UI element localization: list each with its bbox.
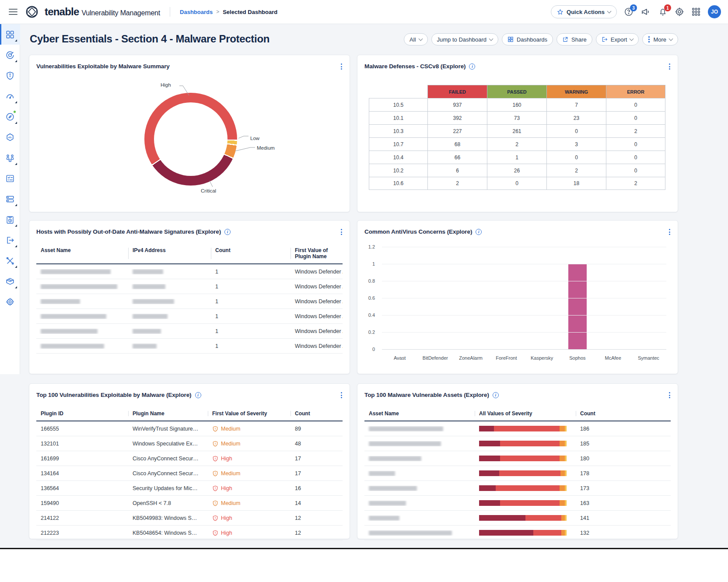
sidebar-item-remediation[interactable] <box>0 250 20 271</box>
sidebar-item-identities[interactable] <box>0 147 20 168</box>
widget-menu-kebab-icon[interactable] <box>340 228 343 236</box>
cell: 937 <box>427 98 487 111</box>
plugin-name-cell: Windows Defender Anti… <box>290 284 343 290</box>
plugin-id-cell: 132101 <box>36 441 128 447</box>
severity-bar <box>479 485 567 491</box>
cell: 18 <box>546 177 606 190</box>
notifications-button[interactable]: 1 <box>658 7 668 17</box>
row-label: 10.6 <box>369 177 427 190</box>
widget-common-antivirus: Common AntiVirus Concerns (Explore) i 1.… <box>357 220 678 374</box>
severity-label: High <box>221 485 232 491</box>
share-button[interactable]: Share <box>556 33 592 46</box>
redacted-asset-name <box>369 456 421 461</box>
sidebar-item-scans[interactable] <box>0 168 20 189</box>
info-icon[interactable]: i <box>224 229 231 235</box>
help-badge: 3 <box>630 4 637 11</box>
sidebar-item-dashboards[interactable] <box>0 24 20 45</box>
sidebar-item-vulnerability-intelligence[interactable] <box>0 65 20 86</box>
table-row: 1 Windows Defender Anti… <box>36 279 343 294</box>
hamburger-icon[interactable] <box>7 7 19 17</box>
sidebar-item-assets[interactable] <box>0 127 20 147</box>
table-row: 1 Windows Defender Anti… <box>36 294 343 309</box>
severity-label: High <box>221 530 232 536</box>
severity-bar <box>479 530 567 536</box>
table-row: 141 <box>364 511 671 526</box>
sidebar-item-scanners[interactable] <box>0 189 20 209</box>
jump-to-dashboard-button[interactable]: Jump to Dashboard <box>431 33 498 46</box>
widget-menu-kebab-icon[interactable] <box>668 391 672 400</box>
more-label: More <box>653 36 666 43</box>
redacted-ipv4 <box>133 269 163 274</box>
count-cell: 185 <box>576 441 671 447</box>
chevron-down-icon <box>669 37 673 41</box>
count-cell: 48 <box>290 441 343 447</box>
column-header-warning: WARNING <box>546 85 606 98</box>
column-header-passed: PASSED <box>487 85 546 98</box>
antivirus-plot <box>382 247 666 349</box>
layers-icon <box>5 194 15 204</box>
sidebar-item-packages[interactable] <box>0 271 20 291</box>
widget-menu-kebab-icon[interactable] <box>668 228 672 236</box>
count-cell: 17 <box>290 470 343 477</box>
cell: 6 <box>427 164 487 177</box>
redacted-ipv4 <box>133 284 165 289</box>
severity-label: Medium <box>221 441 240 447</box>
help-button[interactable]: 3 <box>624 7 634 17</box>
widget-menu-kebab-icon[interactable] <box>340 62 343 71</box>
severity-badge: High <box>212 515 232 521</box>
all-filter-button[interactable]: All <box>404 33 427 46</box>
count-cell: 1 <box>211 284 290 290</box>
top-assets-table: Asset Name All Values of Severity Count … <box>364 407 671 540</box>
status-dot <box>13 110 16 113</box>
redacted-ipv4 <box>133 344 157 349</box>
sidebar-item-exposure-view[interactable] <box>0 86 20 106</box>
more-button[interactable]: More <box>642 33 678 46</box>
notifications-badge: 1 <box>664 4 671 11</box>
table-row: 1 Windows Defender Anti… <box>36 324 343 339</box>
widget-menu-kebab-icon[interactable] <box>340 391 343 400</box>
avatar[interactable]: JO <box>708 5 721 18</box>
product-name: Vulnerability Management <box>81 9 160 17</box>
count-cell: 1 <box>211 343 290 349</box>
donut-chart <box>144 93 237 186</box>
redacted-asset-name <box>369 515 399 521</box>
severity-bar <box>479 515 567 521</box>
redacted-ipv4 <box>133 314 168 319</box>
sidebar-item-reports[interactable] <box>0 209 20 230</box>
settings-icon[interactable] <box>675 7 684 17</box>
table-row: 159490 OpenSSH < 7.8 Medium 14 <box>36 496 343 511</box>
widget-top-vulns: Top 100 Vulnerabilities Exploitable by M… <box>29 383 350 539</box>
table-row: 186 <box>364 421 671 436</box>
sidebar-item-explore[interactable] <box>0 106 20 127</box>
cell: 0 <box>606 98 665 111</box>
plugin-id-cell: 212223 <box>36 530 128 536</box>
table-row: 163 <box>364 496 671 511</box>
widget-title: Top 100 Vulnerabilities Exploitable by M… <box>36 392 192 398</box>
widget-menu-kebab-icon[interactable] <box>668 62 672 71</box>
sidebar-item-settings[interactable] <box>0 291 20 312</box>
row-label: 10.4 <box>369 151 427 164</box>
main-content: Cyber Essentials - Section 4 - Malware P… <box>20 24 728 548</box>
count-cell: 1 <box>211 298 290 305</box>
info-icon[interactable]: i <box>469 63 475 70</box>
export-icon <box>602 36 608 42</box>
export-label: Export <box>611 36 627 43</box>
apps-grid-icon[interactable] <box>691 7 701 17</box>
radar-icon <box>5 50 15 60</box>
dashboards-button[interactable]: Dashboards <box>502 33 553 46</box>
quick-actions-button[interactable]: Quick Actions <box>551 5 617 18</box>
box-icon <box>5 277 15 286</box>
redacted-asset-name <box>369 471 395 476</box>
breadcrumb-dashboards-link[interactable]: Dashboards <box>180 9 213 15</box>
export-button[interactable]: Export <box>596 33 639 46</box>
sidebar-item-export[interactable] <box>0 230 20 250</box>
severity-badge: Medium <box>212 426 240 432</box>
sidebar-item-findings[interactable] <box>0 45 20 65</box>
table-row: 136564 Security Updates for Mic… High 16 <box>36 481 343 496</box>
info-icon[interactable]: i <box>195 392 201 398</box>
info-icon[interactable]: i <box>476 229 482 235</box>
info-icon[interactable]: i <box>493 392 499 398</box>
count-cell: 12 <box>290 530 343 536</box>
announcements-icon[interactable] <box>640 7 651 17</box>
sidebar <box>0 24 20 374</box>
